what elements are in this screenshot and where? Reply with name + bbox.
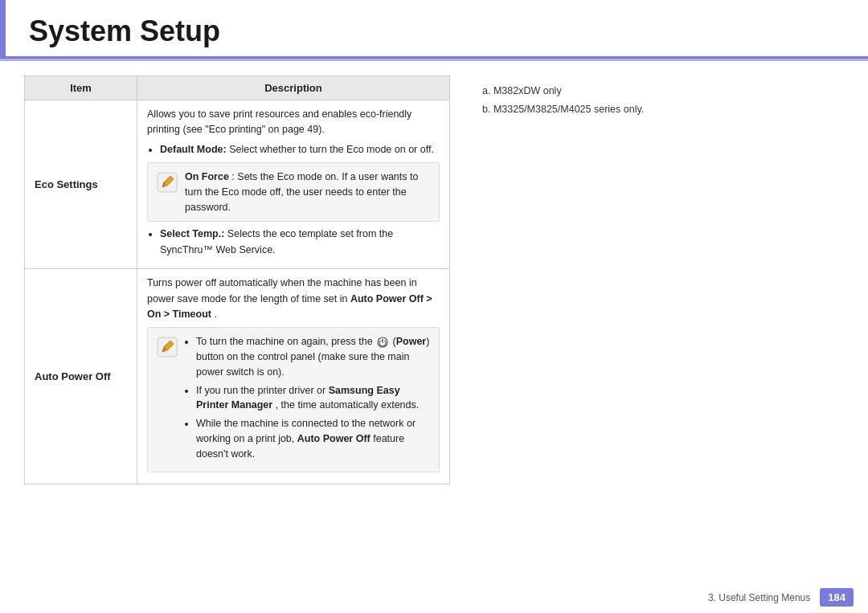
eco-bullet-2: Select Temp.: Selects the eco template s… (160, 227, 440, 258)
table-row: Auto Power Off Turns power off automatic… (25, 269, 450, 484)
eco-bullet-list: Default Mode: Select whether to turn the… (160, 142, 440, 157)
accent-bar (0, 0, 6, 59)
power-icon (377, 337, 388, 348)
power-note-2-text: If you run the printer driver or (196, 385, 329, 396)
auto-power-note-content: To turn the machine on again, press the (185, 334, 431, 465)
auto-power-note-list: To turn the machine on again, press the (196, 334, 431, 461)
page-title: System Setup (0, 0, 868, 59)
footer-chapter: 3. Useful Setting Menus (708, 592, 810, 603)
auto-power-off-item: Auto Power Off (25, 269, 137, 484)
auto-power-off-desc: Turns power off automatically when the m… (137, 269, 450, 484)
on-force-label: On Force (185, 171, 229, 182)
auto-power-note-2: If you run the printer driver or Samsung… (196, 383, 431, 414)
auto-power-note-inner: To turn the machine on again, press the (156, 334, 431, 465)
power-note-1-text: To turn the machine on again, press the (196, 336, 375, 347)
auto-power-off-label: Auto Power Off (35, 370, 111, 382)
eco-settings-label: Eco Settings (35, 178, 98, 190)
page-title-bar: System Setup (0, 0, 868, 61)
default-mode-label: Default Mode: (160, 144, 227, 155)
eco-settings-desc: Allows you to save print resources and e… (137, 100, 450, 269)
eco-intro-text: Allows you to save print resources and e… (147, 107, 440, 138)
footer-bar: 3. Useful Setting Menus 184 (694, 582, 868, 613)
auto-power-note-box: To turn the machine on again, press the (147, 327, 440, 472)
eco-note-content: On Force : Sets the Eco mode on. If a us… (185, 170, 431, 215)
eco-bullet-1: Default Mode: Select whether to turn the… (160, 142, 440, 157)
auto-power-note-icon (156, 336, 178, 358)
eco-settings-item: Eco Settings (25, 100, 137, 269)
auto-power-off-bold: Auto Power Off (297, 433, 371, 444)
auto-power-period: . (214, 309, 216, 320)
auto-power-note-3: While the machine is connected to the ne… (196, 416, 431, 461)
side-note-a: a. M382xDW only (482, 84, 844, 99)
main-table-section: Item Description Eco Settings Allows you… (24, 76, 450, 484)
col-description-header: Description (137, 76, 450, 100)
eco-note-box: On Force : Sets the Eco mode on. If a us… (147, 162, 440, 222)
side-notes: a. M382xDW only b. M3325/M3825/M4025 ser… (482, 76, 844, 484)
select-temp-label: Select Temp.: (160, 228, 224, 239)
footer-page-number: 184 (820, 588, 854, 607)
auto-power-note-1: To turn the machine on again, press the (196, 334, 431, 379)
power-note-2-text2: , the time automatically extends. (276, 399, 420, 411)
system-setup-table: Item Description Eco Settings Allows you… (24, 76, 450, 484)
default-mode-text: Select whether to turn the Eco mode on o… (229, 144, 434, 155)
note-icon (156, 171, 178, 194)
side-note-b: b. M3325/M3825/M4025 series only. (482, 102, 844, 117)
auto-power-intro: Turns power off automatically when the m… (147, 276, 440, 322)
col-item-header: Item (25, 76, 137, 100)
table-row: Eco Settings Allows you to save print re… (25, 100, 450, 269)
eco-bullet-list-2: Select Temp.: Selects the eco template s… (160, 227, 440, 258)
